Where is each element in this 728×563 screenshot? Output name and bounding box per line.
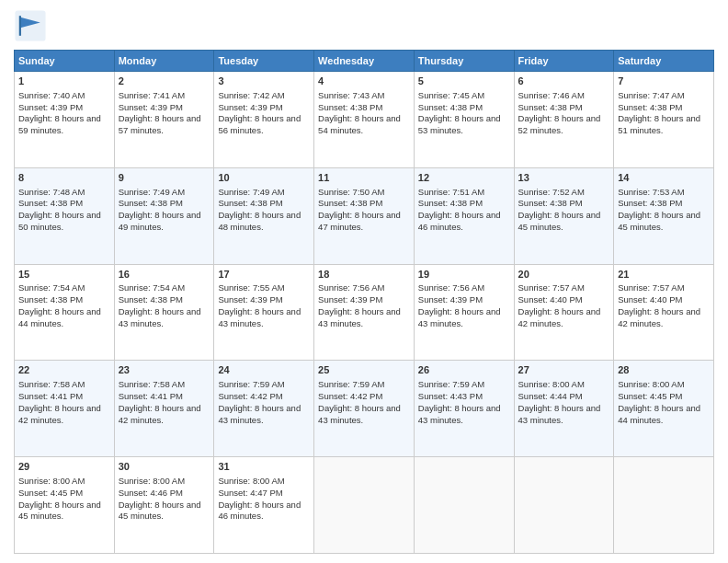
day-number: 20 xyxy=(518,268,610,282)
day-number: 9 xyxy=(119,171,210,185)
calendar-header-row: SundayMondayTuesdayWednesdayThursdayFrid… xyxy=(15,51,714,72)
day-header-sunday: Sunday xyxy=(15,51,115,72)
calendar-cell: 14Sunrise: 7:53 AMSunset: 4:38 PMDayligh… xyxy=(614,167,714,264)
calendar-cell: 4Sunrise: 7:43 AMSunset: 4:38 PMDaylight… xyxy=(314,72,415,168)
day-header-tuesday: Tuesday xyxy=(214,51,314,72)
day-number: 21 xyxy=(618,268,710,282)
day-number: 2 xyxy=(119,75,210,88)
calendar-cell xyxy=(314,457,415,554)
day-number: 4 xyxy=(318,75,410,88)
calendar-body: 1Sunrise: 7:40 AMSunset: 4:39 PMDaylight… xyxy=(15,72,714,554)
calendar-cell: 26Sunrise: 7:59 AMSunset: 4:43 PMDayligh… xyxy=(414,361,514,457)
day-number: 15 xyxy=(18,268,110,282)
day-number: 6 xyxy=(518,75,610,88)
calendar-cell: 31Sunrise: 8:00 AMSunset: 4:47 PMDayligh… xyxy=(214,457,314,554)
calendar-cell: 8Sunrise: 7:48 AMSunset: 4:38 PMDaylight… xyxy=(15,167,115,264)
calendar-cell: 20Sunrise: 7:57 AMSunset: 4:40 PMDayligh… xyxy=(514,264,614,361)
day-number: 12 xyxy=(418,171,510,185)
svg-rect-2 xyxy=(19,16,21,36)
calendar-cell: 1Sunrise: 7:40 AMSunset: 4:39 PMDaylight… xyxy=(15,72,115,168)
logo-icon xyxy=(14,9,47,42)
calendar-cell: 30Sunrise: 8:00 AMSunset: 4:46 PMDayligh… xyxy=(114,457,214,554)
day-number: 24 xyxy=(218,363,310,377)
day-number: 22 xyxy=(18,363,110,377)
day-number: 18 xyxy=(318,268,410,282)
calendar-cell: 24Sunrise: 7:59 AMSunset: 4:42 PMDayligh… xyxy=(214,361,314,457)
calendar-cell: 21Sunrise: 7:57 AMSunset: 4:40 PMDayligh… xyxy=(614,264,714,361)
day-number: 23 xyxy=(119,363,210,377)
calendar-cell: 27Sunrise: 8:00 AMSunset: 4:44 PMDayligh… xyxy=(514,361,614,457)
day-number: 29 xyxy=(18,460,110,474)
calendar-cell: 11Sunrise: 7:50 AMSunset: 4:38 PMDayligh… xyxy=(314,167,415,264)
day-number: 3 xyxy=(218,75,310,88)
calendar-week-row: 1Sunrise: 7:40 AMSunset: 4:39 PMDaylight… xyxy=(15,72,714,168)
day-number: 8 xyxy=(18,171,110,185)
calendar-table: SundayMondayTuesdayWednesdayThursdayFrid… xyxy=(14,50,714,554)
day-number: 16 xyxy=(119,268,210,282)
logo xyxy=(14,9,51,42)
day-header-friday: Friday xyxy=(514,51,614,72)
calendar-cell: 28Sunrise: 8:00 AMSunset: 4:45 PMDayligh… xyxy=(614,361,714,457)
calendar-cell: 9Sunrise: 7:49 AMSunset: 4:38 PMDaylight… xyxy=(114,167,214,264)
page: SundayMondayTuesdayWednesdayThursdayFrid… xyxy=(0,0,728,563)
calendar-cell: 16Sunrise: 7:54 AMSunset: 4:38 PMDayligh… xyxy=(114,264,214,361)
day-number: 17 xyxy=(218,268,310,282)
day-header-wednesday: Wednesday xyxy=(314,51,415,72)
day-number: 7 xyxy=(618,75,710,88)
day-number: 28 xyxy=(618,363,710,377)
calendar-cell xyxy=(514,457,614,554)
calendar-cell: 12Sunrise: 7:51 AMSunset: 4:38 PMDayligh… xyxy=(414,167,514,264)
day-number: 27 xyxy=(518,363,610,377)
day-number: 19 xyxy=(418,268,510,282)
day-number: 30 xyxy=(119,460,210,474)
day-header-saturday: Saturday xyxy=(614,51,714,72)
day-number: 25 xyxy=(318,363,410,377)
calendar-cell: 6Sunrise: 7:46 AMSunset: 4:38 PMDaylight… xyxy=(514,72,614,168)
calendar-cell: 3Sunrise: 7:42 AMSunset: 4:39 PMDaylight… xyxy=(214,72,314,168)
header xyxy=(14,9,714,42)
calendar-week-row: 29Sunrise: 8:00 AMSunset: 4:45 PMDayligh… xyxy=(15,457,714,554)
calendar-cell: 29Sunrise: 8:00 AMSunset: 4:45 PMDayligh… xyxy=(15,457,115,554)
day-number: 1 xyxy=(18,75,110,88)
calendar-cell: 17Sunrise: 7:55 AMSunset: 4:39 PMDayligh… xyxy=(214,264,314,361)
calendar-week-row: 15Sunrise: 7:54 AMSunset: 4:38 PMDayligh… xyxy=(15,264,714,361)
calendar-cell: 23Sunrise: 7:58 AMSunset: 4:41 PMDayligh… xyxy=(114,361,214,457)
calendar-cell: 22Sunrise: 7:58 AMSunset: 4:41 PMDayligh… xyxy=(15,361,115,457)
day-number: 13 xyxy=(518,171,610,185)
calendar-week-row: 22Sunrise: 7:58 AMSunset: 4:41 PMDayligh… xyxy=(15,361,714,457)
calendar-cell: 10Sunrise: 7:49 AMSunset: 4:38 PMDayligh… xyxy=(214,167,314,264)
day-number: 11 xyxy=(318,171,410,185)
day-number: 31 xyxy=(218,460,310,474)
day-header-thursday: Thursday xyxy=(414,51,514,72)
calendar-cell xyxy=(414,457,514,554)
calendar-cell xyxy=(614,457,714,554)
calendar-cell: 19Sunrise: 7:56 AMSunset: 4:39 PMDayligh… xyxy=(414,264,514,361)
calendar-cell: 2Sunrise: 7:41 AMSunset: 4:39 PMDaylight… xyxy=(114,72,214,168)
calendar-cell: 7Sunrise: 7:47 AMSunset: 4:38 PMDaylight… xyxy=(614,72,714,168)
calendar-cell: 13Sunrise: 7:52 AMSunset: 4:38 PMDayligh… xyxy=(514,167,614,264)
calendar-cell: 18Sunrise: 7:56 AMSunset: 4:39 PMDayligh… xyxy=(314,264,415,361)
calendar-week-row: 8Sunrise: 7:48 AMSunset: 4:38 PMDaylight… xyxy=(15,167,714,264)
calendar-cell: 15Sunrise: 7:54 AMSunset: 4:38 PMDayligh… xyxy=(15,264,115,361)
day-number: 14 xyxy=(618,171,710,185)
day-number: 10 xyxy=(218,171,310,185)
calendar-cell: 5Sunrise: 7:45 AMSunset: 4:38 PMDaylight… xyxy=(414,72,514,168)
calendar-cell: 25Sunrise: 7:59 AMSunset: 4:42 PMDayligh… xyxy=(314,361,415,457)
day-number: 5 xyxy=(418,75,510,88)
day-number: 26 xyxy=(418,363,510,377)
day-header-monday: Monday xyxy=(114,51,214,72)
